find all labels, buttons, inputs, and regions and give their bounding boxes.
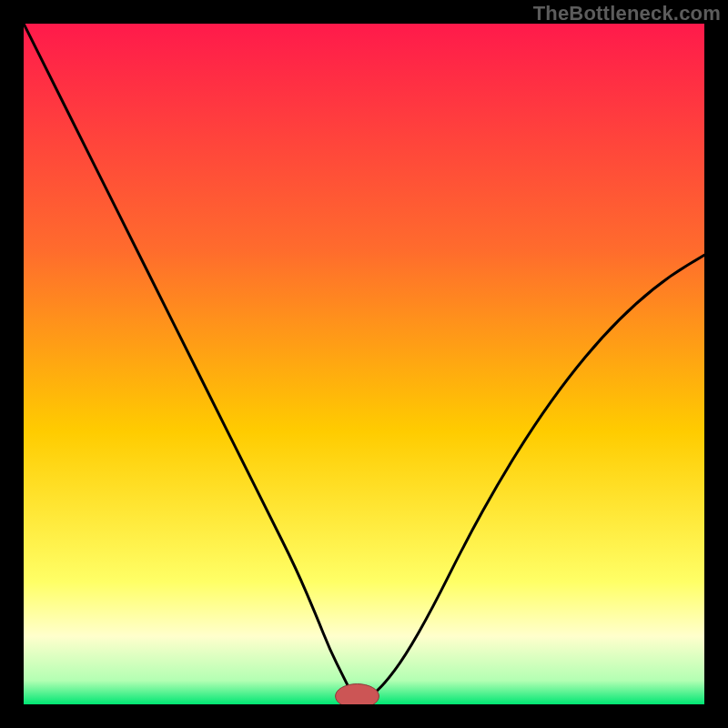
plot-area xyxy=(24,24,704,704)
chart-frame: TheBottleneck.com xyxy=(0,0,728,728)
watermark-text: TheBottleneck.com xyxy=(533,2,721,25)
gradient-background xyxy=(24,24,704,704)
optimal-marker xyxy=(336,684,379,704)
chart-svg xyxy=(24,24,704,704)
